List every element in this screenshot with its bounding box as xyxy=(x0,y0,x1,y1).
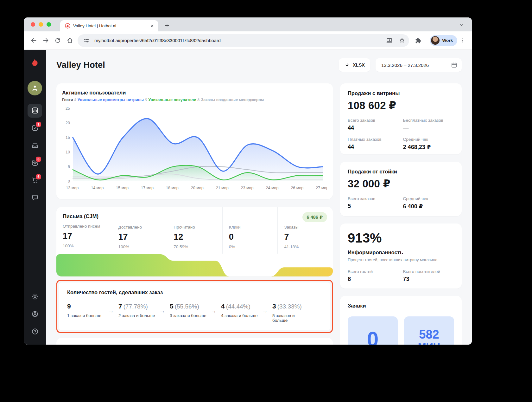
arrow-right-icon: → xyxy=(211,308,217,314)
date-range-text: 13.3.2026 – 27.3.2026 xyxy=(381,62,429,68)
legend-item-unique-buyers[interactable]: Уникальные покупатели xyxy=(148,98,196,102)
sidebar-item-help[interactable] xyxy=(28,325,42,339)
hotbot-logo xyxy=(31,58,39,67)
stat: Всего заказов5 xyxy=(348,196,400,210)
calendar-icon xyxy=(451,62,457,68)
profile-name: Work xyxy=(442,38,453,43)
guest-orders-highlight: Количество гостей, сделавших заказ 9 1 з… xyxy=(56,280,333,333)
guest-orders-steps: 9 1 заказ и больше → 7(77.78%) 2 заказа … xyxy=(67,302,322,323)
tasks-badge: 1 xyxy=(35,121,42,128)
svg-text:0: 0 xyxy=(68,179,70,184)
window-controls xyxy=(31,22,51,27)
svg-text:23 мар.: 23 мар. xyxy=(241,186,255,190)
awareness-card: 913% Информированность Процент гостей, п… xyxy=(340,224,462,289)
awareness-percent: 913% xyxy=(348,230,454,246)
dashboard-main: Valley Hotel XLSX 13.3.2026 – 27.3.2026 … xyxy=(46,50,472,345)
cjm-funnel-chart xyxy=(56,254,333,276)
question-icon xyxy=(31,328,39,335)
new-tab-button[interactable] xyxy=(162,21,172,30)
sidebar-item-cart[interactable]: 6 xyxy=(28,173,42,187)
forward-button[interactable] xyxy=(40,35,52,47)
bar-chart-icon xyxy=(31,107,39,114)
loyalty-badge: 6 xyxy=(35,156,42,163)
cjm-revenue-badge: 6 486 ₽ xyxy=(302,212,327,222)
stat: Бесплатных заказов— xyxy=(403,118,454,131)
svg-text:20: 20 xyxy=(66,121,70,125)
minimize-window-button[interactable] xyxy=(39,22,43,27)
page-title: Valley Hotel xyxy=(56,60,105,70)
requests-tile: 582 МИН xyxy=(404,316,454,345)
puzzle-icon xyxy=(415,37,421,44)
sidebar-item-loyalty[interactable]: 6 xyxy=(28,156,42,170)
legend-item-guests[interactable]: Гости xyxy=(62,98,73,102)
close-window-button[interactable] xyxy=(31,22,35,27)
close-icon xyxy=(150,24,154,28)
legend-item-manager-orders[interactable]: Заказы созданные менеджером xyxy=(201,98,264,102)
sidebar-item-tasks[interactable]: 1 xyxy=(28,121,42,135)
reload-button[interactable] xyxy=(52,35,64,47)
cjm-column-delivered: Доставлено 17 100% xyxy=(112,207,167,254)
arrow-right-icon: → xyxy=(108,308,114,314)
sidebar-item-account[interactable] xyxy=(28,307,42,321)
tab-close-button[interactable] xyxy=(149,23,155,29)
cjm-emails-card: Письма (CJM) Отправлено писем 17 100% До… xyxy=(56,207,333,276)
browser-tab[interactable]: Valley Hotel | Hotbot.ai xyxy=(60,20,158,31)
extensions-button[interactable] xyxy=(412,35,424,47)
funnel-step: 5(55.56%) 3 заказа и больше xyxy=(170,302,210,318)
svg-text:17 мар.: 17 мар. xyxy=(141,186,155,190)
cjm-column-clicks: Клики 0 0% xyxy=(222,207,278,254)
svg-text:13 мар.: 13 мар. xyxy=(66,186,79,190)
sidebar-item-inbox[interactable] xyxy=(28,139,42,152)
legend-item-unique-views[interactable]: Уникальные просмотры витрины xyxy=(78,98,144,102)
tab-strip: Valley Hotel | Hotbot.ai xyxy=(24,17,472,31)
home-icon xyxy=(66,37,73,44)
cart-badge: 6 xyxy=(35,173,42,180)
back-button[interactable] xyxy=(28,35,40,47)
browser-menu-button[interactable] xyxy=(457,35,468,46)
requests-tile: 0 xyxy=(348,316,398,345)
site-settings-icon[interactable] xyxy=(82,36,91,45)
stat: Средний чек6 400 ₽ xyxy=(403,196,454,210)
gear-icon xyxy=(31,293,39,300)
install-app-button[interactable] xyxy=(384,36,394,45)
chat-icon xyxy=(31,194,39,201)
arrow-right-icon: → xyxy=(262,308,268,314)
property-avatar[interactable] xyxy=(28,81,42,95)
stat: Платных заказов44 xyxy=(348,137,400,151)
browser-window: Valley Hotel | Hotbot.ai xyxy=(24,17,472,345)
storefront-sales-card: Продажи с витрины 108 602 ₽ Всего заказо… xyxy=(340,83,462,154)
plus-icon xyxy=(164,23,170,28)
home-button[interactable] xyxy=(64,35,76,47)
active-users-title: Активные пользователи xyxy=(62,90,327,96)
svg-text:26 мар.: 26 мар. xyxy=(291,186,304,190)
partial-card xyxy=(56,338,333,345)
user-icon xyxy=(31,310,39,318)
svg-text:15 мар.: 15 мар. xyxy=(116,186,130,190)
sidebar-item-analytics[interactable] xyxy=(28,104,42,118)
url-bar[interactable]: my.hotbot.ai/properties/65f2c01f38e33000… xyxy=(78,34,409,47)
active-users-card: Активные пользователи Гости&Уникальные п… xyxy=(56,83,333,199)
desk-total: 32 000 ₽ xyxy=(348,178,454,190)
stat: Всего гостей8 xyxy=(348,269,400,282)
profile-button[interactable]: Work xyxy=(430,35,457,46)
guest-orders-title: Количество гостей, сделавших заказ xyxy=(67,289,322,295)
requests-card: Заявки 0 582 МИН xyxy=(340,296,462,345)
svg-text:5: 5 xyxy=(68,165,70,169)
svg-text:25: 25 xyxy=(66,106,70,111)
svg-text:14 мар.: 14 мар. xyxy=(91,186,104,190)
svg-text:20 мар.: 20 мар. xyxy=(191,186,205,190)
inbox-icon xyxy=(31,142,39,149)
sidebar-item-settings[interactable] xyxy=(28,290,42,304)
tab-search-button[interactable] xyxy=(458,21,465,28)
export-xlsx-button[interactable]: XLSX xyxy=(339,58,370,72)
funnel-step: 4(44.44%) 4 заказа и больше xyxy=(221,302,261,318)
cjm-column-sent: Письма (CJM) Отправлено писем 17 100% xyxy=(56,207,112,254)
download-icon xyxy=(344,62,350,68)
zoom-window-button[interactable] xyxy=(47,22,51,27)
date-range-picker[interactable]: 13.3.2026 – 27.3.2026 xyxy=(376,58,462,72)
desk-sales-card: Продажи от стойки 32 000 ₽ Всего заказов… xyxy=(340,162,462,216)
profile-avatar xyxy=(431,36,440,45)
bookmark-star-button[interactable] xyxy=(397,36,407,45)
hotbot-favicon xyxy=(65,23,70,29)
sidebar-item-chat[interactable] xyxy=(28,191,42,205)
